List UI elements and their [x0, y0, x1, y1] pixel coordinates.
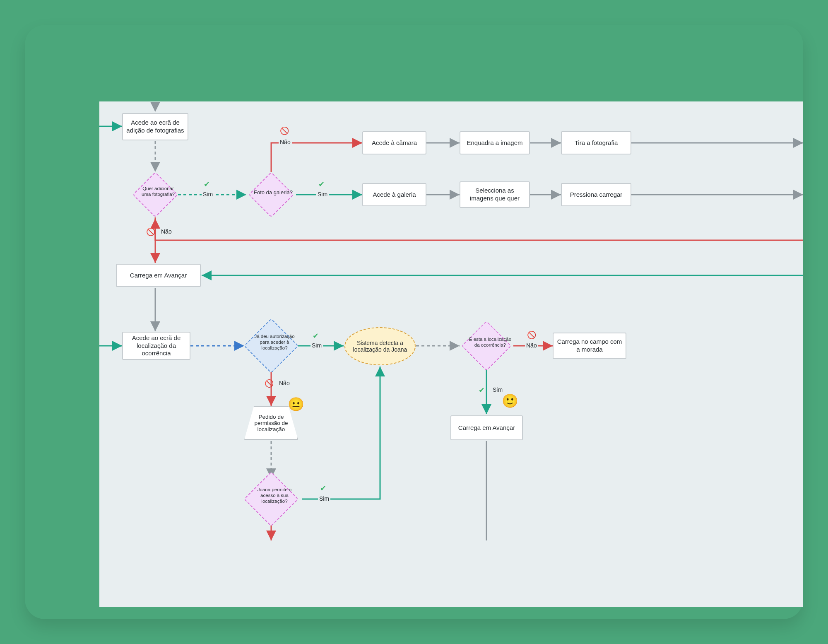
process-carrega-avancar-2: Carrega em Avançar	[450, 415, 523, 440]
process-pressiona-carregar: Pressiona carregar	[561, 183, 631, 206]
edge-label-sim: Sim	[310, 342, 323, 349]
node-label: Pressiona carregar	[570, 191, 623, 199]
edges-layer	[99, 101, 803, 607]
edge-label-sim: Sim	[202, 191, 214, 198]
node-label: Sistema detecta a localização da Joana	[350, 340, 410, 353]
node-label: Acede à galeria	[373, 191, 416, 199]
process-carrega-avancar-1: Carrega em Avançar	[116, 264, 201, 287]
no-icon: 🚫	[265, 379, 274, 388]
smile-face-icon: 🙂	[502, 393, 518, 409]
node-label: Quer adicionar uma fotografia?	[137, 186, 180, 198]
edge-label-sim: Sim	[316, 191, 329, 198]
diagram-canvas: Acede ao ecrã de adição de fotografias Q…	[99, 101, 803, 607]
process-enquadra-imagem: Enquadra a imagem	[460, 131, 530, 154]
process-carrega-campo-morada: Carrega no campo com a morada	[553, 333, 626, 359]
node-label: Acede à câmara	[372, 139, 417, 147]
no-icon: 🚫	[146, 227, 155, 236]
node-label: Pedido de permissão de localização	[248, 414, 295, 432]
check-icon: ✔	[320, 484, 326, 493]
node-label: Já deu autorização para aceder à localiz…	[248, 334, 301, 351]
outer-frame: Acede ao ecrã de adição de fotografias Q…	[25, 25, 803, 619]
node-label: É esta a localização da ocorrência?	[466, 336, 514, 348]
no-icon: 🚫	[280, 126, 289, 135]
check-icon: ✔	[313, 331, 319, 340]
check-icon: ✔	[318, 180, 325, 189]
node-label: Carrega em Avançar	[458, 424, 515, 432]
node-label: Carrega em Avançar	[130, 272, 187, 280]
node-label: Acede ao ecrã de localização da ocorrênc…	[126, 334, 186, 357]
node-label: Foto da galeria?	[252, 189, 295, 196]
node-label: Joana permite o acesso à sua localização…	[248, 487, 301, 504]
process-acede-galeria: Acede à galeria	[362, 183, 426, 206]
check-icon: ✔	[204, 180, 210, 189]
check-icon: ✔	[479, 386, 485, 395]
process-selecciona-imagens: Selecciona as imagens que quer	[460, 181, 530, 208]
edge-label-sim: Sim	[318, 495, 330, 502]
edge-label-nao: Não	[160, 228, 173, 235]
ellipse-sistema-detecta: Sistema detecta a localização da Joana	[344, 327, 416, 365]
node-label: Tira a fotografia	[575, 139, 618, 147]
edge-label-sim: Sim	[491, 386, 504, 393]
process-acede-ecra-fotos: Acede ao ecrã de adição de fotografias	[122, 113, 188, 140]
node-label: Carrega no campo com a morada	[557, 338, 622, 354]
neutral-face-icon: 😐	[288, 396, 304, 412]
edge-label-nao: Não	[525, 342, 538, 349]
process-acede-ecra-localizacao: Acede ao ecrã de localização da ocorrênc…	[122, 332, 190, 360]
process-acede-camara: Acede à câmara	[362, 131, 426, 154]
no-icon: 🚫	[527, 330, 536, 340]
node-label: Acede ao ecrã de adição de fotografias	[126, 119, 184, 135]
node-label: Enquadra a imagem	[467, 139, 522, 147]
process-tira-fotografia: Tira a fotografia	[561, 131, 631, 154]
node-label: Selecciona as imagens que quer	[464, 187, 526, 203]
edge-label-nao: Não	[278, 380, 291, 386]
edge-label-nao: Não	[279, 139, 292, 145]
